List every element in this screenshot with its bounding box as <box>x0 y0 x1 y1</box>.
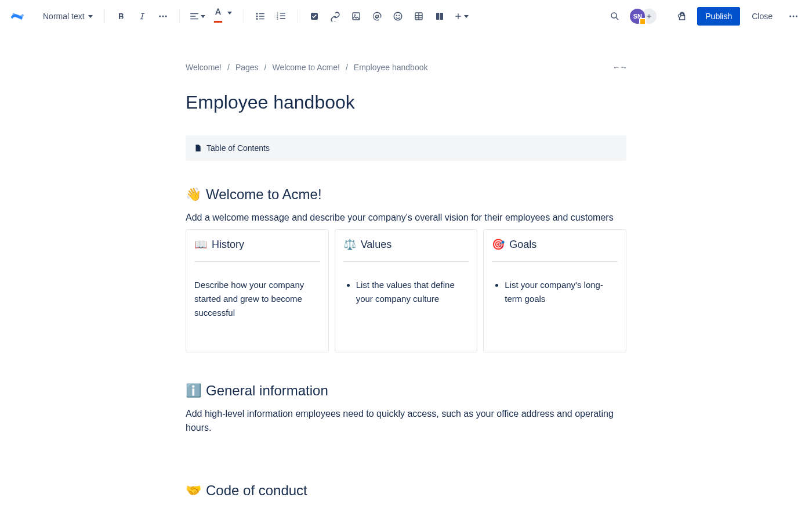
section-body[interactable]: Add high-level information employees nee… <box>186 407 626 435</box>
heading-text: Code of conduct <box>206 482 307 499</box>
card-heading: 🎯 Goals <box>492 238 618 251</box>
action-item-button[interactable] <box>305 7 324 26</box>
svg-point-5 <box>256 16 258 17</box>
breadcrumbs: Welcome! / Pages / Welcome to Acme! / Em… <box>186 63 427 72</box>
book-emoji: 📖 <box>194 238 207 251</box>
svg-text:3: 3 <box>276 17 278 20</box>
svg-point-29 <box>679 15 682 17</box>
svg-point-20 <box>398 15 400 16</box>
breadcrumb-link[interactable]: Welcome! <box>186 63 222 72</box>
color-indicator <box>214 21 222 23</box>
emoji-button[interactable] <box>389 7 407 26</box>
link-button[interactable] <box>326 7 345 26</box>
chevron-down-icon <box>201 15 205 18</box>
close-button[interactable]: Close <box>746 7 778 26</box>
history-card[interactable]: 📖 History Describe how your company star… <box>186 229 329 352</box>
handshake-emoji: 🤝 <box>186 483 201 498</box>
table-of-contents-macro[interactable]: Table of Contents <box>186 135 626 161</box>
layouts-button[interactable] <box>430 7 449 26</box>
editor-content[interactable]: Welcome! / Pages / Welcome to Acme! / Em… <box>186 63 626 508</box>
user-avatar[interactable]: SN <box>630 9 645 24</box>
card-divider <box>492 261 618 262</box>
goals-card[interactable]: 🎯 Goals List your company's long-term go… <box>483 229 626 352</box>
target-emoji: 🎯 <box>492 238 505 251</box>
image-button[interactable] <box>347 7 365 26</box>
divider <box>179 9 180 23</box>
search-button[interactable] <box>606 7 624 26</box>
svg-point-17 <box>354 15 356 16</box>
card-body: List the values that define your company… <box>356 278 469 306</box>
table-button[interactable] <box>409 7 428 26</box>
svg-point-31 <box>793 16 795 17</box>
breadcrumb-link[interactable]: Welcome to Acme! <box>272 63 339 72</box>
card-divider <box>194 261 320 262</box>
divider <box>244 9 244 23</box>
text-style-dropdown[interactable]: Normal text <box>38 7 97 26</box>
numbered-list-button[interactable]: 123 <box>272 7 291 26</box>
general-info-section: ℹ️ General information Add high-level in… <box>186 383 626 435</box>
svg-point-27 <box>611 13 617 18</box>
section-heading[interactable]: ℹ️ General information <box>186 383 626 399</box>
breadcrumb-link[interactable]: Pages <box>235 63 259 72</box>
chevron-down-icon <box>464 15 469 18</box>
page-title[interactable]: Employee handbook <box>186 92 626 113</box>
chevron-down-icon <box>88 15 93 18</box>
scales-emoji: ⚖️ <box>343 238 356 251</box>
card-title: History <box>212 239 244 251</box>
more-formatting-button[interactable] <box>154 7 172 26</box>
more-actions-button[interactable] <box>784 7 803 26</box>
section-heading[interactable]: 🤝 Code of conduct <box>186 482 626 499</box>
svg-rect-26 <box>440 13 443 20</box>
card-divider <box>343 261 469 262</box>
restrictions-button[interactable] <box>673 7 691 26</box>
chevron-down-icon <box>227 12 232 15</box>
breadcrumb-link[interactable]: Employee handbook <box>354 63 428 72</box>
insert-dropdown[interactable] <box>451 7 471 26</box>
breadcrumb-separator: / <box>346 63 348 72</box>
breadcrumb-separator: / <box>264 63 267 72</box>
italic-button[interactable] <box>133 7 151 26</box>
svg-rect-12 <box>280 16 285 17</box>
svg-point-19 <box>396 15 397 16</box>
svg-point-30 <box>789 16 791 17</box>
publish-button[interactable]: Publish <box>697 7 740 26</box>
confluence-logo[interactable] <box>9 8 26 24</box>
svg-rect-8 <box>259 19 264 20</box>
svg-point-2 <box>165 16 166 17</box>
card-heading: 📖 History <box>194 238 320 251</box>
mention-button[interactable] <box>368 7 386 26</box>
bold-button[interactable] <box>112 7 130 26</box>
svg-rect-25 <box>436 13 439 20</box>
width-toggle-button[interactable]: ←→ <box>612 63 626 72</box>
card-body: List your company's long-term goals <box>505 278 618 306</box>
card-title: Values <box>361 239 392 251</box>
toolbar-left-group: Normal text 123 <box>9 7 471 26</box>
text-color-dropdown[interactable] <box>210 7 226 26</box>
align-dropdown[interactable] <box>187 7 208 26</box>
breadcrumb-row: Welcome! / Pages / Welcome to Acme! / Em… <box>186 63 626 72</box>
card-title: Goals <box>509 239 536 251</box>
section-heading[interactable]: 👋 Welcome to Acme! <box>186 186 626 203</box>
wave-emoji: 👋 <box>186 187 201 202</box>
section-body[interactable]: Add a welcome message and describe your … <box>186 211 626 225</box>
svg-point-0 <box>159 16 161 17</box>
bullet-list-button[interactable] <box>251 7 270 26</box>
card-row: 📖 History Describe how your company star… <box>186 229 626 352</box>
divider <box>104 9 105 23</box>
code-of-conduct-section: 🤝 Code of conduct <box>186 482 626 499</box>
toolbar-right-group: SN Publish Close <box>606 7 803 26</box>
breadcrumb-separator: / <box>227 63 230 72</box>
values-card[interactable]: ⚖️ Values List the values that define yo… <box>335 229 478 352</box>
info-emoji: ℹ️ <box>186 383 201 398</box>
svg-line-28 <box>617 17 619 20</box>
svg-rect-4 <box>259 13 264 15</box>
svg-rect-10 <box>280 13 285 14</box>
editor-toolbar: Normal text 123 <box>0 0 812 33</box>
card-body: Describe how your company started and gr… <box>194 278 320 320</box>
svg-point-32 <box>796 16 798 17</box>
svg-point-1 <box>162 16 164 17</box>
heading-text: Welcome to Acme! <box>206 186 322 203</box>
svg-rect-14 <box>280 18 285 19</box>
avatar-status-badge <box>639 18 646 25</box>
text-style-label: Normal text <box>43 12 85 21</box>
